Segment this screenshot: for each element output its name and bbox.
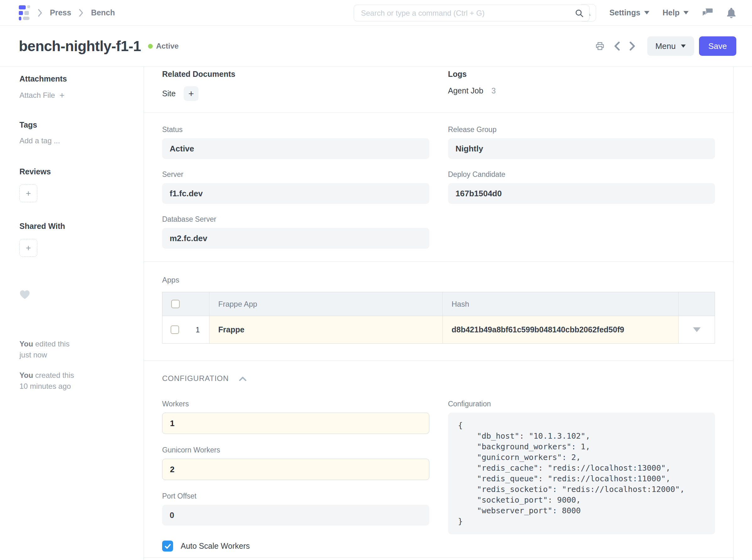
chevron-right-icon xyxy=(79,9,83,17)
prev-document-button[interactable] xyxy=(612,40,622,53)
form-sidebar: Attachments Attach File + Tags Add a tag… xyxy=(0,67,144,560)
agent-job-count: 3 xyxy=(491,86,496,95)
server-value: f1.fc.dev xyxy=(162,183,429,204)
timeline-entry: You created this 10 minutes ago xyxy=(19,370,131,392)
caret-down-icon xyxy=(681,44,686,48)
add-tag-input[interactable]: Add a tag ... xyxy=(19,136,131,145)
details-section: Status Active Server f1.fc.dev Database … xyxy=(144,113,733,262)
select-all-checkbox[interactable] xyxy=(171,300,180,308)
chevron-right-icon xyxy=(629,41,636,51)
chevron-left-icon xyxy=(613,41,620,51)
global-search xyxy=(354,5,590,21)
search-input[interactable] xyxy=(354,5,590,21)
attachments-heading: Attachments xyxy=(19,74,131,83)
plus-icon: + xyxy=(26,243,31,253)
field-label: Server xyxy=(162,170,429,179)
breadcrumb-item-bench[interactable]: Bench xyxy=(91,8,115,17)
print-button[interactable] xyxy=(593,40,607,53)
workers-input[interactable] xyxy=(162,413,429,434)
status-dot xyxy=(148,44,153,48)
port-offset-value: 0 xyxy=(162,505,429,525)
field-deploy-candidate: Deploy Candidate 167b1504d0 xyxy=(448,170,715,204)
like-button[interactable] xyxy=(19,289,30,299)
caret-down-icon xyxy=(683,11,689,15)
chevron-up-icon xyxy=(239,376,246,381)
heart-icon xyxy=(19,289,30,299)
row-expand-button[interactable] xyxy=(693,327,700,332)
configuration-label: Configuration xyxy=(448,400,715,408)
dashboard-links-section: Related Documents Site + Logs Agent Job … xyxy=(144,67,733,113)
settings-dropdown[interactable]: Settings xyxy=(609,8,650,17)
configuration-json: { "db_host": "10.1.3.102", "background_w… xyxy=(448,413,715,534)
chat-icon[interactable] xyxy=(702,8,713,18)
status-value: Active xyxy=(162,138,429,159)
field-server: Server f1.fc.dev xyxy=(162,170,429,204)
status-indicator: Active xyxy=(148,42,179,51)
field-status: Status Active xyxy=(162,125,429,159)
timeline-entry: You edited this just now xyxy=(19,338,131,360)
add-site-button[interactable]: + xyxy=(184,86,198,101)
reviews-heading: Reviews xyxy=(19,167,131,176)
database-server-value: m2.fc.dev xyxy=(162,228,429,249)
auto-scale-label: Auto Scale Workers xyxy=(181,541,250,551)
help-dropdown[interactable]: Help xyxy=(662,8,689,17)
configuration-section: CONFIGURATION Workers Gunicorn Workers xyxy=(144,361,733,558)
field-label: Database Server xyxy=(162,215,429,224)
menu-button[interactable]: Menu xyxy=(647,36,694,56)
caret-down-icon xyxy=(644,11,650,15)
row-index: 1 xyxy=(196,325,200,334)
search-icon xyxy=(574,8,584,18)
form-main: Related Documents Site + Logs Agent Job … xyxy=(144,67,733,560)
column-header-frappe-app: Frappe App xyxy=(210,292,443,316)
page-title: bench-nightly-f1-1 xyxy=(19,38,141,55)
apps-table: Frappe App Hash 1 Frappe d8b421b49a8bf61… xyxy=(162,292,715,344)
navbar: Press Bench A Settings Help xyxy=(0,0,752,26)
field-label: Gunicorn Workers xyxy=(162,446,429,454)
field-port-offset: Port Offset 0 xyxy=(162,492,429,525)
auto-scale-checkbox[interactable] xyxy=(162,541,173,552)
breadcrumb-item-press[interactable]: Press xyxy=(50,8,71,17)
plus-icon: + xyxy=(26,188,31,199)
column-header-hash: Hash xyxy=(443,292,679,316)
field-gunicorn-workers: Gunicorn Workers xyxy=(162,446,429,480)
table-header-row: Frappe App Hash xyxy=(162,292,715,316)
bell-icon[interactable] xyxy=(726,7,736,18)
save-button[interactable]: Save xyxy=(699,36,736,56)
deploy-candidate-value: 167b1504d0 xyxy=(448,183,715,204)
field-workers: Workers xyxy=(162,400,429,434)
gunicorn-workers-input[interactable] xyxy=(162,459,429,480)
cell-frappe-app[interactable]: Frappe xyxy=(210,316,443,343)
row-checkbox[interactable] xyxy=(171,325,179,334)
tags-heading: Tags xyxy=(19,120,131,129)
auto-scale-workers-field: Auto Scale Workers xyxy=(162,541,429,552)
share-button[interactable]: + xyxy=(19,239,37,257)
agent-job-link[interactable]: Agent Job xyxy=(448,86,483,95)
next-document-button[interactable] xyxy=(627,40,638,53)
chevron-right-icon xyxy=(38,9,42,17)
navbar-actions: A Settings Help xyxy=(579,4,736,22)
apps-heading: Apps xyxy=(162,276,715,284)
cell-hash[interactable]: d8b421b49a8bf61c599b048140cbb2062fed50f9 xyxy=(443,316,679,343)
site-link[interactable]: Site xyxy=(162,89,176,98)
checkmark-icon xyxy=(164,542,172,550)
page-head: bench-nightly-f1-1 Active Menu xyxy=(0,26,752,67)
logs-heading: Logs xyxy=(448,69,715,79)
related-documents-heading: Related Documents xyxy=(162,69,429,79)
breadcrumb: Press Bench xyxy=(19,5,115,20)
attach-file-button[interactable]: Attach File + xyxy=(19,90,131,100)
field-label: Port Offset xyxy=(162,492,429,500)
plus-icon: + xyxy=(59,90,64,100)
timeline: You edited this just now You created thi… xyxy=(19,338,131,392)
table-row: 1 Frappe d8b421b49a8bf61c599b048140cbb20… xyxy=(162,316,715,343)
field-label: Release Group xyxy=(448,125,715,134)
apps-section: Apps Frappe App Hash 1 Frappe d8b421b49a… xyxy=(144,262,733,361)
plus-icon: + xyxy=(189,88,194,99)
field-label: Workers xyxy=(162,400,429,408)
release-group-value: Nightly xyxy=(448,138,715,159)
printer-icon xyxy=(595,41,605,51)
configuration-section-toggle[interactable]: CONFIGURATION xyxy=(162,374,715,383)
field-label: Status xyxy=(162,125,429,134)
add-review-button[interactable]: + xyxy=(19,184,37,202)
field-database-server: Database Server m2.fc.dev xyxy=(162,215,429,249)
app-logo[interactable] xyxy=(19,5,30,20)
